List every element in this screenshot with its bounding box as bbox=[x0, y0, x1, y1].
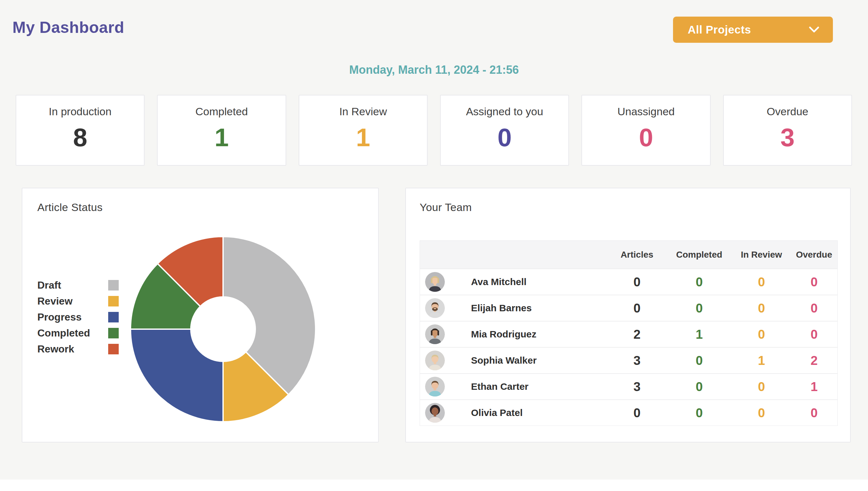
stat-label: Completed bbox=[158, 105, 285, 118]
donut-slice-progress bbox=[130, 329, 223, 422]
in-review-count: 0 bbox=[733, 275, 790, 289]
column-header-articles: Articles bbox=[608, 250, 666, 260]
column-header-completed: Completed bbox=[666, 250, 733, 260]
legend-item-review: Review bbox=[37, 293, 119, 309]
stat-value: 1 bbox=[158, 125, 285, 150]
stat-value: 8 bbox=[16, 125, 144, 150]
avatar bbox=[425, 377, 445, 397]
team-table-body: Ava Mitchell 0 0 0 0 Elijah Barnes 0 0 0… bbox=[420, 268, 837, 426]
stat-card-assigned-to-you[interactable]: Assigned to you 0 bbox=[440, 95, 569, 166]
avatar bbox=[425, 298, 445, 318]
team-row-elijah-barnes[interactable]: Elijah Barnes 0 0 0 0 bbox=[420, 295, 837, 321]
donut-legend: Draft Review Progress Completed Rework bbox=[37, 277, 119, 357]
article-status-title: Article Status bbox=[37, 201, 103, 213]
stat-label: In production bbox=[16, 105, 144, 118]
articles-count: 2 bbox=[608, 327, 666, 342]
completed-count: 0 bbox=[666, 406, 733, 420]
stat-label: In Review bbox=[299, 105, 427, 118]
legend-item-draft: Draft bbox=[37, 277, 119, 293]
team-row-ethan-carter[interactable]: Ethan Carter 3 0 0 1 bbox=[420, 373, 837, 399]
avatar-cell bbox=[420, 324, 471, 344]
legend-item-completed: Completed bbox=[37, 325, 119, 341]
project-filter-button[interactable]: All Projects bbox=[673, 17, 833, 43]
article-status-donut-chart bbox=[130, 236, 316, 422]
legend-swatch bbox=[108, 296, 119, 307]
team-card: Your Team ArticlesCompletedIn ReviewOver… bbox=[405, 188, 851, 442]
overdue-count: 0 bbox=[790, 327, 838, 342]
in-review-count: 0 bbox=[733, 327, 790, 342]
team-row-ava-mitchell[interactable]: Ava Mitchell 0 0 0 0 bbox=[420, 268, 837, 295]
team-table-header: ArticlesCompletedIn ReviewOverdue bbox=[420, 241, 837, 268]
stat-card-overdue[interactable]: Overdue 3 bbox=[723, 95, 852, 166]
team-row-sophia-walker[interactable]: Sophia Walker 3 0 1 2 bbox=[420, 347, 837, 373]
stat-label: Unassigned bbox=[582, 105, 710, 118]
stat-value: 1 bbox=[299, 125, 427, 150]
team-row-olivia-patel[interactable]: Olivia Patel 0 0 0 0 bbox=[420, 399, 837, 426]
in-review-count: 0 bbox=[733, 301, 790, 315]
avatar-cell bbox=[420, 298, 471, 318]
legend-label: Draft bbox=[37, 279, 108, 291]
stat-value: 0 bbox=[582, 125, 710, 150]
avatar bbox=[425, 272, 445, 292]
articles-count: 3 bbox=[608, 380, 666, 394]
member-name: Ethan Carter bbox=[471, 381, 608, 392]
in-review-count: 0 bbox=[733, 380, 790, 394]
dashboard-page: My Dashboard All Projects Monday, March … bbox=[0, 0, 868, 491]
legend-label: Rework bbox=[37, 343, 108, 355]
article-status-card: Article Status Draft Review Progress Com… bbox=[22, 188, 379, 442]
overdue-count: 0 bbox=[790, 275, 838, 289]
articles-count: 0 bbox=[608, 275, 666, 289]
legend-swatch bbox=[108, 312, 119, 322]
team-row-mia-rodriguez[interactable]: Mia Rodriguez 2 1 0 0 bbox=[420, 321, 837, 347]
team-title: Your Team bbox=[420, 201, 472, 213]
team-table: ArticlesCompletedIn ReviewOverdue Ava Mi… bbox=[420, 240, 838, 426]
legend-item-rework: Rework bbox=[37, 341, 119, 357]
stat-card-unassigned[interactable]: Unassigned 0 bbox=[581, 95, 710, 166]
member-name: Mia Rodriguez bbox=[471, 329, 608, 340]
avatar-cell bbox=[420, 403, 471, 423]
legend-item-progress: Progress bbox=[37, 309, 119, 325]
in-review-count: 1 bbox=[733, 353, 790, 368]
stat-value: 0 bbox=[441, 125, 568, 150]
avatar bbox=[425, 350, 445, 370]
in-review-count: 0 bbox=[733, 406, 790, 420]
articles-count: 0 bbox=[608, 301, 666, 315]
articles-count: 0 bbox=[608, 406, 666, 420]
legend-swatch bbox=[108, 280, 119, 290]
completed-count: 0 bbox=[666, 353, 733, 368]
completed-count: 0 bbox=[666, 380, 733, 394]
avatar-cell bbox=[420, 350, 471, 370]
avatar-cell bbox=[420, 272, 471, 292]
date-line: Monday, March 11, 2024 - 21:56 bbox=[0, 63, 868, 77]
legend-label: Review bbox=[37, 295, 108, 307]
member-name: Elijah Barnes bbox=[471, 302, 608, 314]
legend-label: Completed bbox=[37, 327, 108, 339]
stats-row: In production 8 Completed 1 In Review 1 … bbox=[16, 95, 852, 166]
column-header-overdue: Overdue bbox=[790, 250, 838, 260]
legend-swatch bbox=[108, 344, 119, 354]
overdue-count: 0 bbox=[790, 406, 838, 420]
legend-swatch bbox=[108, 328, 119, 338]
column-header-in-review: In Review bbox=[733, 250, 790, 260]
stat-value: 3 bbox=[724, 125, 851, 150]
overdue-count: 1 bbox=[790, 380, 838, 394]
stat-card-completed[interactable]: Completed 1 bbox=[157, 95, 286, 166]
overdue-count: 0 bbox=[790, 301, 838, 315]
page-title: My Dashboard bbox=[12, 18, 124, 37]
avatar-cell bbox=[420, 377, 471, 397]
member-name: Sophia Walker bbox=[471, 355, 608, 366]
stat-card-in-production[interactable]: In production 8 bbox=[16, 95, 145, 166]
completed-count: 1 bbox=[666, 327, 733, 342]
stat-card-in-review[interactable]: In Review 1 bbox=[299, 95, 428, 166]
completed-count: 0 bbox=[666, 275, 733, 289]
avatar bbox=[425, 403, 445, 423]
overdue-count: 2 bbox=[790, 353, 838, 368]
footer-strip bbox=[0, 480, 868, 491]
completed-count: 0 bbox=[666, 301, 733, 315]
legend-label: Progress bbox=[37, 311, 108, 323]
avatar bbox=[425, 324, 445, 344]
project-filter-label: All Projects bbox=[688, 23, 751, 36]
member-name: Olivia Patel bbox=[471, 407, 608, 418]
member-name: Ava Mitchell bbox=[471, 277, 608, 287]
stat-label: Overdue bbox=[724, 105, 851, 118]
